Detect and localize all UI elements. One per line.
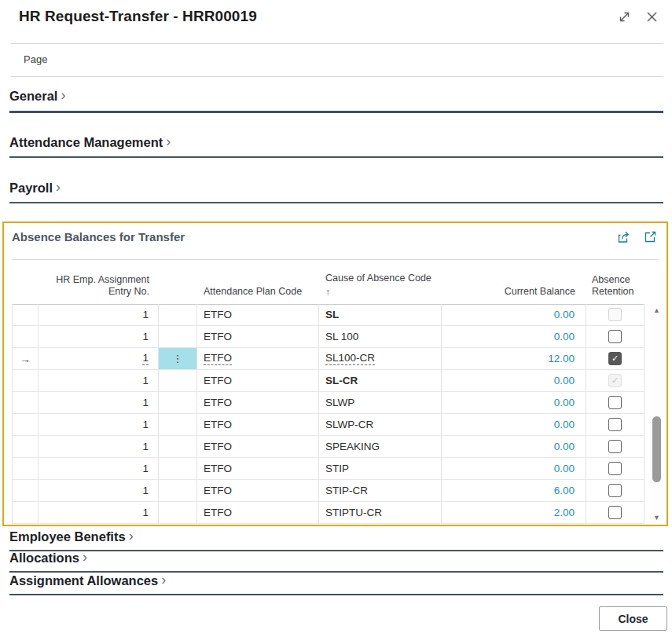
cell-current-balance[interactable]: 6.00 bbox=[442, 480, 586, 501]
cell-entry-no[interactable]: 1 bbox=[39, 304, 159, 325]
cell-current-balance[interactable]: 0.00 bbox=[442, 370, 586, 391]
cell-absence-retention[interactable] bbox=[586, 392, 644, 413]
section-employee-benefits[interactable]: Employee Benefits› bbox=[9, 529, 663, 551]
open-in-new-window-icon[interactable] bbox=[644, 230, 657, 243]
cell-row-menu[interactable] bbox=[159, 392, 197, 413]
dialog-titlebar: HR Request-Transfer - HRR00019 bbox=[19, 8, 659, 25]
cell-plan-code[interactable]: ETFO bbox=[197, 326, 319, 347]
scrollbar-thumb[interactable] bbox=[652, 416, 661, 482]
cell-entry-no[interactable]: 1 bbox=[39, 370, 159, 391]
cell-current-balance[interactable]: 0.00 bbox=[442, 392, 586, 413]
retention-checkbox[interactable] bbox=[608, 330, 622, 343]
cell-row-menu[interactable] bbox=[159, 480, 197, 501]
menu-page[interactable]: Page bbox=[24, 53, 47, 65]
cell-row-menu[interactable] bbox=[159, 370, 197, 391]
cell-entry-no[interactable]: 1 bbox=[39, 414, 159, 435]
cell-plan-code[interactable]: ETFO bbox=[197, 370, 319, 391]
row-selector-cell[interactable] bbox=[12, 480, 39, 501]
cell-plan-code[interactable]: ETFO bbox=[197, 502, 319, 523]
cell-absence-retention[interactable] bbox=[586, 326, 644, 347]
cell-current-balance[interactable]: 0.00 bbox=[442, 326, 586, 347]
cell-absence-retention[interactable] bbox=[586, 370, 644, 391]
cell-cause-code[interactable]: SL100-CR bbox=[319, 348, 442, 369]
column-header-plan-code[interactable]: Attendance Plan Code bbox=[197, 260, 319, 304]
cell-plan-code[interactable]: ETFO bbox=[197, 436, 319, 457]
section-payroll[interactable]: Payroll› bbox=[9, 180, 663, 203]
cell-plan-code[interactable]: ETFO bbox=[197, 392, 319, 413]
cell-row-menu[interactable] bbox=[159, 502, 197, 523]
cell-current-balance[interactable]: 2.00 bbox=[442, 502, 586, 523]
row-selector-cell[interactable]: → bbox=[12, 348, 39, 369]
cell-cause-code[interactable]: SLWP-CR bbox=[319, 414, 442, 435]
retention-checkbox[interactable] bbox=[608, 396, 622, 409]
cell-absence-retention[interactable] bbox=[586, 436, 644, 457]
cell-row-menu[interactable] bbox=[159, 458, 197, 479]
retention-checkbox[interactable] bbox=[608, 418, 622, 431]
cell-absence-retention[interactable] bbox=[586, 414, 644, 435]
section-allocations[interactable]: Allocations› bbox=[9, 550, 663, 573]
cell-current-balance[interactable]: 0.00 bbox=[442, 436, 586, 457]
cell-row-menu[interactable] bbox=[159, 304, 197, 325]
cell-absence-retention[interactable] bbox=[586, 480, 644, 501]
cell-absence-retention[interactable] bbox=[586, 502, 644, 523]
cell-row-menu[interactable] bbox=[159, 414, 197, 435]
row-selector-cell[interactable] bbox=[12, 458, 39, 479]
row-selector-cell[interactable] bbox=[12, 436, 39, 457]
cell-plan-code[interactable]: ETFO bbox=[197, 348, 319, 369]
share-icon[interactable] bbox=[617, 230, 631, 243]
scroll-up-icon[interactable]: ▲ bbox=[650, 305, 663, 316]
cell-cause-code[interactable]: STIP bbox=[319, 458, 442, 479]
column-header-entry-no[interactable]: HR Emp. Assignment Entry No. bbox=[39, 260, 159, 304]
cell-current-balance[interactable]: 0.00 bbox=[442, 458, 586, 479]
row-selector-cell[interactable] bbox=[12, 326, 39, 347]
cell-entry-no[interactable]: 1 bbox=[39, 480, 159, 501]
section-assignment-allowances[interactable]: Assignment Allowances› bbox=[9, 573, 663, 595]
close-dialog-icon[interactable] bbox=[644, 9, 659, 24]
cell-row-menu[interactable]: ⋮ bbox=[159, 348, 197, 369]
cell-entry-no[interactable]: 1 bbox=[39, 348, 159, 369]
cell-row-menu[interactable] bbox=[159, 436, 197, 457]
row-selector-cell[interactable] bbox=[12, 304, 39, 325]
cell-entry-no[interactable]: 1 bbox=[39, 502, 159, 523]
cell-plan-code[interactable]: ETFO bbox=[197, 304, 319, 325]
close-button[interactable]: Close bbox=[599, 606, 667, 631]
cell-absence-retention[interactable] bbox=[586, 348, 644, 369]
cell-absence-retention[interactable] bbox=[586, 458, 644, 479]
cell-cause-code[interactable]: SPEAKING bbox=[319, 436, 442, 457]
retention-checkbox[interactable] bbox=[608, 440, 622, 453]
cell-entry-no[interactable]: 1 bbox=[39, 392, 159, 413]
cell-current-balance[interactable]: 0.00 bbox=[442, 414, 586, 435]
retention-checkbox[interactable] bbox=[608, 506, 622, 519]
cell-entry-no[interactable]: 1 bbox=[39, 436, 159, 457]
cell-plan-code[interactable]: ETFO bbox=[197, 458, 319, 479]
scroll-down-icon[interactable]: ▼ bbox=[650, 512, 663, 523]
section-attendance-management[interactable]: Attendance Management› bbox=[9, 134, 663, 158]
cell-plan-code[interactable]: ETFO bbox=[197, 480, 319, 501]
cell-cause-code[interactable]: SLWP bbox=[319, 392, 442, 413]
cell-cause-code[interactable]: STIP-CR bbox=[319, 480, 442, 501]
cell-entry-no[interactable]: 1 bbox=[39, 326, 159, 347]
row-selector-cell[interactable] bbox=[12, 414, 39, 435]
cell-entry-no[interactable]: 1 bbox=[39, 458, 159, 479]
cell-cause-code[interactable]: SL bbox=[319, 304, 442, 325]
cell-current-balance[interactable]: 12.00 bbox=[442, 348, 586, 369]
column-header-absence-retention[interactable]: Absence Retention bbox=[586, 260, 644, 304]
column-header-cause-code[interactable]: Cause of Absence Code↑ bbox=[319, 260, 442, 304]
cell-cause-code[interactable]: STIPTU-CR bbox=[319, 502, 442, 523]
cell-current-balance[interactable]: 0.00 bbox=[442, 304, 586, 325]
retention-checkbox[interactable] bbox=[608, 462, 622, 475]
retention-checkbox[interactable] bbox=[608, 484, 622, 497]
row-selector-cell[interactable] bbox=[12, 502, 39, 523]
row-selector-cell[interactable] bbox=[12, 392, 39, 413]
row-selector-cell[interactable] bbox=[12, 370, 39, 391]
cell-absence-retention[interactable] bbox=[586, 304, 644, 325]
column-header-current-balance[interactable]: Current Balance bbox=[442, 260, 586, 304]
vertical-scrollbar[interactable]: ▲ ▼ bbox=[650, 305, 663, 523]
section-general[interactable]: General› bbox=[9, 88, 663, 113]
cell-row-menu[interactable] bbox=[159, 326, 197, 347]
cell-cause-code[interactable]: SL-CR bbox=[319, 370, 442, 391]
cell-cause-code[interactable]: SL 100 bbox=[319, 326, 442, 347]
retention-checkbox[interactable] bbox=[608, 352, 622, 365]
resize-dialog-icon[interactable] bbox=[617, 9, 632, 24]
cell-plan-code[interactable]: ETFO bbox=[197, 414, 319, 435]
